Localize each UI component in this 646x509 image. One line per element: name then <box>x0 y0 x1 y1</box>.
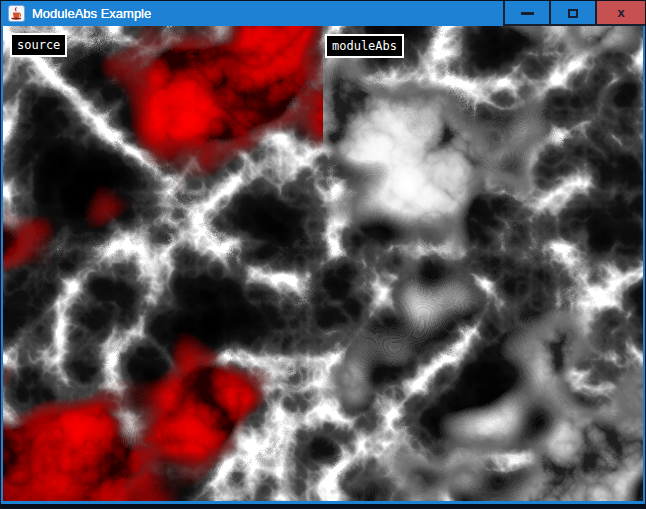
java-coffee-cup-icon <box>8 5 25 22</box>
moduleabs-noise-render <box>323 26 643 501</box>
noise-canvas <box>3 26 643 501</box>
source-noise-render <box>3 26 323 501</box>
maximize-button[interactable] <box>549 1 595 26</box>
window-title: ModuleAbs Example <box>32 1 503 26</box>
render-area: source moduleAbs <box>3 26 643 501</box>
moduleabs-panel-label: moduleAbs <box>325 34 404 58</box>
close-button[interactable]: x <box>595 1 645 26</box>
minimize-button[interactable] <box>503 1 549 26</box>
window-bottom-frame <box>1 501 645 508</box>
titlebar[interactable]: ModuleAbs Example x <box>1 1 645 26</box>
app-window: ModuleAbs Example x <box>0 0 646 509</box>
close-icon: x <box>617 6 624 19</box>
maximize-icon <box>568 9 578 18</box>
minimize-icon <box>521 12 534 15</box>
window-controls: x <box>503 1 645 26</box>
source-panel-label: source <box>10 33 67 57</box>
